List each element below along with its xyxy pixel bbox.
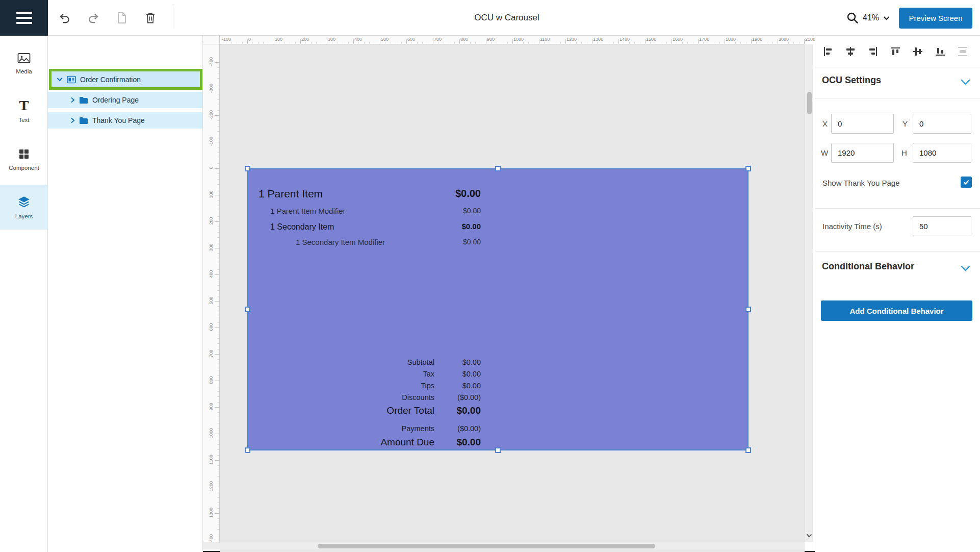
ruler-label: -400 [209,53,214,71]
annotation-highlight-box: Order Confirmation [49,69,202,90]
selection-handle[interactable] [245,307,250,312]
ruler-label: 1000 [209,424,214,442]
search-button[interactable] [844,11,861,26]
scroll-down-icon[interactable] [806,534,812,538]
zoom-level-dropdown[interactable]: 41% [863,9,890,27]
ruler-label: -200 [209,106,214,124]
align-top-button[interactable] [890,44,901,59]
ruler-label: 400 [354,37,362,42]
ruler-label: 200 [209,212,214,230]
undo-button[interactable] [54,0,76,36]
vertical-scrollbar-thumb[interactable] [807,92,812,114]
sidebar-item-media[interactable]: Media [0,41,48,86]
inactivity-time-field[interactable] [913,216,971,236]
selection-handle[interactable] [745,447,751,453]
x-field[interactable] [831,114,894,134]
sidebar-item-text[interactable]: T Text [0,89,48,134]
ruler-label: 100 [209,185,214,204]
distribute-button[interactable] [957,44,968,59]
collapse-chevron-icon[interactable] [961,79,970,85]
ruler-label: -100 [222,37,231,42]
collapse-chevron-icon[interactable] [961,265,970,271]
conditional-behavior-header[interactable]: Conditional Behavior [822,261,914,272]
selection-handle[interactable] [745,166,751,171]
align-bottom-button[interactable] [935,44,946,59]
ruler-label: 200 [301,37,309,42]
toolbar-divider [173,7,173,29]
ruler-label: 800 [209,371,214,389]
align-center-horizontal-button[interactable] [845,44,856,59]
ruler-label: 300 [328,37,336,42]
layer-item-label: Thank You Page [92,116,145,124]
ruler-label: 900 [487,37,495,42]
selection-handle[interactable] [745,307,751,312]
duplicate-page-button[interactable] [111,0,133,36]
v-ruler: -400-300-200-100010020030040050060070080… [203,44,220,542]
selection-handle[interactable] [495,447,501,453]
ruler-label: 800 [460,37,468,42]
sidebar-item-component[interactable]: Component [0,137,48,182]
align-toolbar [822,44,968,59]
align-center-vertical-button[interactable] [912,44,923,59]
image-icon [17,53,31,64]
selected-element[interactable] [247,168,749,450]
sidebar-item-label: Layers [15,213,33,219]
h-ruler: -100010020030040050060070080090010001100… [220,36,805,44]
redo-button[interactable] [82,0,105,36]
selection-handle[interactable] [495,166,501,171]
ruler-label: 1100 [209,450,214,469]
sidebar-item-layers[interactable]: Layers [0,185,48,230]
ruler-label: 1300 [593,37,603,42]
horizontal-scrollbar-thumb[interactable] [318,544,655,548]
ruler-label: 1400 [620,37,630,42]
component-icon [18,148,30,160]
layer-item-order-confirmation[interactable]: Order Confirmation [51,71,200,87]
ruler-label: 700 [434,37,442,42]
horizontal-scrollbar[interactable] [203,542,805,549]
ocu-settings-header[interactable]: OCU Settings [822,75,881,86]
ruler-label: 300 [209,238,214,257]
vertical-scrollbar[interactable] [805,44,813,542]
w-field[interactable] [831,143,894,163]
add-conditional-behavior-button[interactable]: Add Conditional Behavior [821,300,972,321]
folder-icon [79,96,88,104]
layer-item-thank-you-page[interactable]: Thank You Page [48,112,202,129]
ruler-corner [203,36,220,44]
ruler-label: 1700 [699,37,709,42]
ruler-label: 1800 [726,37,736,42]
hamburger-menu-button[interactable] [0,0,48,36]
chevron-down-icon [883,16,890,20]
delete-button[interactable] [139,0,162,36]
ruler-label: 1300 [209,504,214,522]
align-left-button[interactable] [822,44,834,59]
ruler-label: 600 [209,318,214,336]
chevron-right-icon[interactable] [70,97,75,103]
chevron-right-icon[interactable] [70,117,75,123]
check-icon [963,179,970,186]
selection-handle[interactable] [245,447,250,453]
zoom-level-value: 41% [863,13,879,22]
align-right-button[interactable] [867,44,879,59]
selection-handle[interactable] [245,166,250,171]
w-field-label: W [821,143,828,163]
redo-icon [87,12,100,24]
ruler-label: 2100 [805,37,815,42]
layers-icon [17,195,31,209]
show-thank-you-checkbox[interactable] [961,177,972,188]
h-field-label: H [901,143,907,163]
ruler-label: 1200 [209,477,214,495]
top-bar: OCU w Carousel 41% Preview Screen [0,0,980,36]
chevron-down-icon[interactable] [57,77,63,82]
show-thank-you-label: Show Thank You Page [822,178,900,189]
ruler-label: 1100 [540,37,550,42]
trash-icon [145,12,156,24]
h-field[interactable] [913,143,971,163]
y-field-label: Y [902,114,908,134]
sidebar-item-label: Text [18,117,29,123]
document-title: OCU w Carousel [474,13,539,23]
ruler-label: 500 [381,37,389,42]
layer-item-ordering-page[interactable]: Ordering Page [48,92,202,108]
preview-screen-button[interactable]: Preview Screen [899,8,972,29]
sidebar-item-label: Component [9,165,39,171]
y-field[interactable] [913,114,971,134]
